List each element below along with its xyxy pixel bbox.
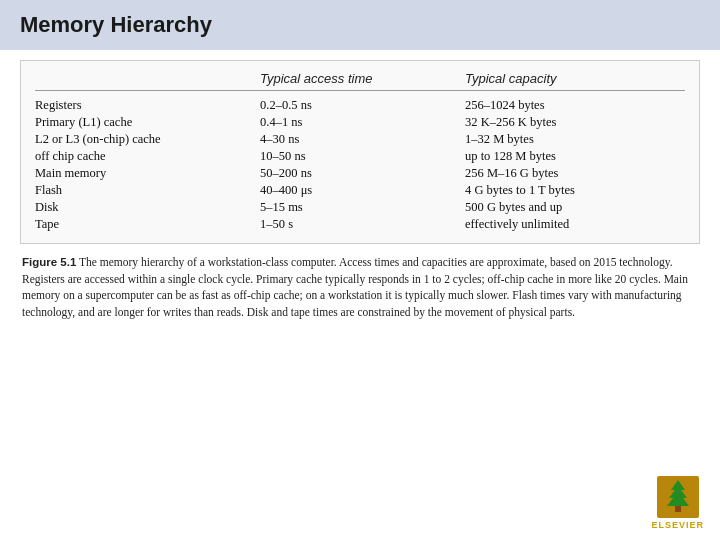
figure-caption: Figure 5.1 The memory hierarchy of a wor… bbox=[20, 254, 700, 321]
cell-capacity: 256 M–16 G bytes bbox=[465, 166, 685, 181]
page-title: Memory Hierarchy bbox=[20, 12, 700, 38]
cell-name: Tape bbox=[35, 217, 235, 232]
cell-name: Registers bbox=[35, 98, 235, 113]
figure-label: Figure 5.1 bbox=[22, 256, 76, 268]
table-row: Main memory50–200 ns256 M–16 G bytes bbox=[35, 165, 685, 182]
elsevier-logo: ELSEVIER bbox=[651, 476, 704, 530]
table-row: Tape1–50 seffectively unlimited bbox=[35, 216, 685, 233]
cell-capacity: up to 128 M bytes bbox=[465, 149, 685, 164]
cell-access: 4–30 ns bbox=[260, 132, 440, 147]
cell-access: 50–200 ns bbox=[260, 166, 440, 181]
cell-access: 0.4–1 ns bbox=[260, 115, 440, 130]
cell-capacity: 32 K–256 K bytes bbox=[465, 115, 685, 130]
memory-table: Typical access time Typical capacity Reg… bbox=[20, 60, 700, 244]
cell-name: off chip cache bbox=[35, 149, 235, 164]
table-row: Flash40–400 μs4 G bytes to 1 T bytes bbox=[35, 182, 685, 199]
cell-access: 5–15 ms bbox=[260, 200, 440, 215]
svg-rect-2 bbox=[675, 506, 681, 512]
cell-capacity: 500 G bytes and up bbox=[465, 200, 685, 215]
cell-access: 1–50 s bbox=[260, 217, 440, 232]
main-content: Typical access time Typical capacity Reg… bbox=[0, 50, 720, 331]
title-bar: Memory Hierarchy bbox=[0, 0, 720, 50]
figure-caption-text: The memory hierarchy of a workstation-cl… bbox=[22, 256, 688, 318]
elsevier-tree-icon bbox=[657, 476, 699, 518]
col-name-header bbox=[35, 71, 235, 86]
cell-name: Primary (L1) cache bbox=[35, 115, 235, 130]
table-row: off chip cache10–50 nsup to 128 M bytes bbox=[35, 148, 685, 165]
cell-capacity: 256–1024 bytes bbox=[465, 98, 685, 113]
cell-capacity: 1–32 M bytes bbox=[465, 132, 685, 147]
table-row: Primary (L1) cache0.4–1 ns32 K–256 K byt… bbox=[35, 114, 685, 131]
cell-name: Flash bbox=[35, 183, 235, 198]
table-rows: Registers0.2–0.5 ns256–1024 bytesPrimary… bbox=[35, 97, 685, 233]
table-row: Registers0.2–0.5 ns256–1024 bytes bbox=[35, 97, 685, 114]
slide: Memory Hierarchy Typical access time Typ… bbox=[0, 0, 720, 540]
cell-name: L2 or L3 (on-chip) cache bbox=[35, 132, 235, 147]
cell-name: Disk bbox=[35, 200, 235, 215]
cell-access: 10–50 ns bbox=[260, 149, 440, 164]
col-access-header: Typical access time bbox=[260, 71, 440, 86]
table-row: L2 or L3 (on-chip) cache4–30 ns1–32 M by… bbox=[35, 131, 685, 148]
cell-capacity: effectively unlimited bbox=[465, 217, 685, 232]
cell-capacity: 4 G bytes to 1 T bytes bbox=[465, 183, 685, 198]
cell-access: 40–400 μs bbox=[260, 183, 440, 198]
col-capacity-header: Typical capacity bbox=[465, 71, 685, 86]
table-row: Disk5–15 ms500 G bytes and up bbox=[35, 199, 685, 216]
table-header: Typical access time Typical capacity bbox=[35, 71, 685, 91]
cell-access: 0.2–0.5 ns bbox=[260, 98, 440, 113]
elsevier-label: ELSEVIER bbox=[651, 520, 704, 530]
cell-name: Main memory bbox=[35, 166, 235, 181]
